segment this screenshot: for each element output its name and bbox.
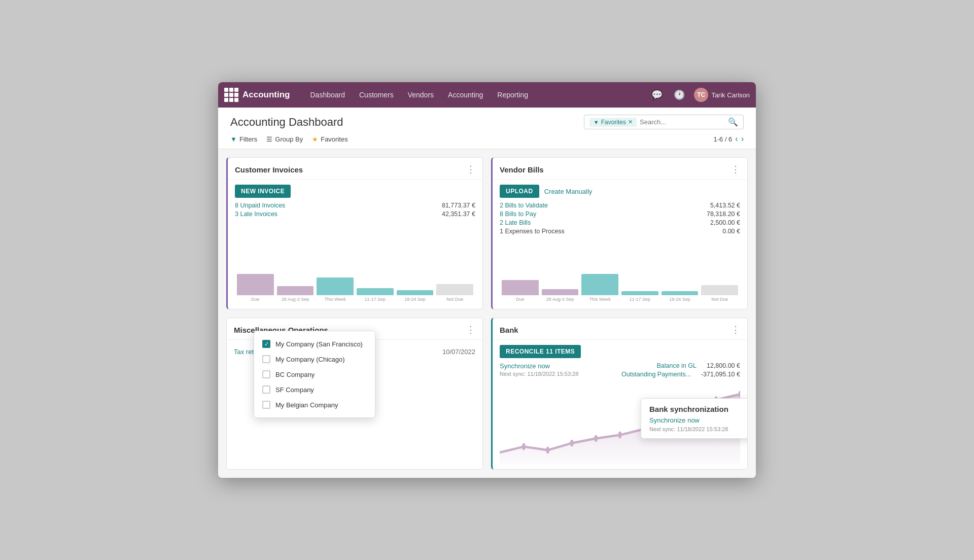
vendor-bills-chart: Due 28 Aug-3 Sep This Week 11-17 Sep 18-… <box>500 273 740 304</box>
page-title: Accounting Dashboard <box>230 116 343 129</box>
vendor-bills-stats: 2 Bills to Validate 5,413.52 € 8 Bills t… <box>500 202 740 273</box>
user-menu[interactable]: TC Tarik Carlson <box>694 88 750 102</box>
vendor-bills-menu-icon[interactable]: ⋮ <box>731 164 740 175</box>
favorites-button[interactable]: ★ Favorites <box>312 135 347 143</box>
page-prev-icon[interactable]: ‹ <box>735 134 738 144</box>
bar-due-bar <box>237 274 274 295</box>
bar-18-24sep-label: 18-24 Sep <box>404 297 426 302</box>
sync-now-link[interactable]: Synchronize now <box>500 362 578 370</box>
customer-invoices-title: Customer Invoices <box>235 165 303 174</box>
company-item-bc[interactable]: BC Company <box>254 367 375 382</box>
svg-point-1 <box>546 447 549 454</box>
customer-invoices-actions: NEW INVOICE <box>235 185 475 198</box>
filter-tag[interactable]: ▼ Favorites ✕ <box>589 118 637 127</box>
upload-button[interactable]: UPLOAD <box>500 185 539 198</box>
reconcile-items-button[interactable]: RECONCILE 11 ITEMS <box>500 345 581 358</box>
unpaid-invoices-row[interactable]: 8 Unpaid Invoices 81,773.37 € <box>235 202 475 209</box>
expenses-value: 0.00 € <box>722 228 740 235</box>
bills-pay-label: 8 Bills to Pay <box>500 211 536 218</box>
search-area: ▼ Favorites ✕ 🔍 <box>584 115 744 129</box>
bar-thisweek: This Week <box>317 277 354 302</box>
expenses-row: 1 Expenses to Process 0.00 € <box>500 228 740 235</box>
filter-tag-label: Favorites <box>601 119 626 126</box>
svg-point-3 <box>594 435 598 442</box>
clock-icon[interactable]: 🕐 <box>672 87 687 102</box>
filter-close-icon[interactable]: ✕ <box>628 119 633 125</box>
company-sf-label: My Company (San Francisco) <box>275 340 363 348</box>
bar-18-24sep: 18-24 Sep <box>397 290 434 302</box>
bank-title: Bank <box>500 326 518 334</box>
user-name: Tarik Carlson <box>711 91 750 99</box>
bar-aug-sep-bar <box>277 286 314 295</box>
late-invoices-row[interactable]: 3 Late Invoices 42,351.37 € <box>235 211 475 218</box>
bills-pay-value: 78,318.20 € <box>707 211 740 218</box>
create-manually-link[interactable]: Create Manually <box>544 188 593 195</box>
outstanding-value: -371,095.10 € <box>701 371 740 378</box>
page-next-icon[interactable]: › <box>741 134 744 144</box>
company-item-sf[interactable]: My Company (San Francisco) <box>254 336 375 352</box>
bank-sync-tooltip: Bank synchronization Synchronize now Nex… <box>641 398 748 439</box>
late-bills-row[interactable]: 2 Late Bills 2,500.00 € <box>500 219 740 226</box>
main-content: Accounting Dashboard ▼ Favorites ✕ 🔍 ▼ F… <box>218 108 756 478</box>
svg-point-0 <box>522 443 526 450</box>
nav-dashboard[interactable]: Dashboard <box>304 88 352 102</box>
expenses-label: 1 Expenses to Process <box>500 228 565 235</box>
bar-11-17sep-bar <box>357 288 394 295</box>
vendor-bills-body: UPLOAD Create Manually 2 Bills to Valida… <box>493 180 747 309</box>
company-sf2-checkbox[interactable] <box>262 386 270 394</box>
header-bar: Accounting Dashboard ▼ Favorites ✕ 🔍 ▼ F… <box>218 108 756 149</box>
svg-point-4 <box>618 432 621 439</box>
grid-icon[interactable] <box>224 88 238 102</box>
nav-vendors[interactable]: Vendors <box>402 88 440 102</box>
bank-header: Bank ⋮ <box>493 318 747 340</box>
misc-operations-menu-icon[interactable]: ⋮ <box>466 324 475 335</box>
bills-validate-label: 2 Bills to Validate <box>500 202 548 209</box>
new-invoice-button[interactable]: NEW INVOICE <box>235 185 291 198</box>
bar-notdue-label: Not Due <box>446 297 463 302</box>
late-invoices-label: 3 Late Invoices <box>235 211 277 218</box>
chat-icon[interactable]: 💬 <box>649 87 665 102</box>
groupby-button[interactable]: ☰ Group By <box>266 135 303 143</box>
late-bills-label: 2 Late Bills <box>500 219 531 226</box>
nav-customers[interactable]: Customers <box>353 88 400 102</box>
customer-invoices-chart: Due 28 Aug-3 Sep This Week 11-17 Se <box>235 273 475 304</box>
bank-sync-info: Synchronize now Next sync: 11/18/2022 15… <box>500 362 578 377</box>
bills-validate-row[interactable]: 2 Bills to Validate 5,413.52 € <box>500 202 740 209</box>
company-item-sf2[interactable]: SF Company <box>254 382 375 397</box>
search-icon[interactable]: 🔍 <box>728 117 738 127</box>
company-chicago-checkbox[interactable] <box>262 355 270 363</box>
bank-menu-icon[interactable]: ⋮ <box>731 324 740 335</box>
pagination: 1-6 / 6 ‹ › <box>713 134 744 144</box>
outstanding-label: Outstanding Payments... <box>621 371 691 378</box>
company-bc-label: BC Company <box>275 371 315 378</box>
nav-reporting[interactable]: Reporting <box>491 88 534 102</box>
sync-next: Next sync: 11/18/2022 15:53:28 <box>500 371 578 377</box>
bar-11-17sep-label: 11-17 Sep <box>365 297 386 302</box>
late-bills-value: 2,500.00 € <box>710 219 740 226</box>
customer-invoices-menu-icon[interactable]: ⋮ <box>466 164 475 175</box>
vendor-bills-title: Vendor Bills <box>500 165 544 174</box>
avatar: TC <box>694 88 708 102</box>
company-belgian-label: My Belgian Company <box>275 401 338 409</box>
bar-due: Due <box>237 274 274 302</box>
company-bc-checkbox[interactable] <box>262 370 270 378</box>
header-top: Accounting Dashboard ▼ Favorites ✕ 🔍 <box>230 115 744 129</box>
nav-accounting[interactable]: Accounting <box>442 88 489 102</box>
balance-label: Balance in GL <box>656 362 697 369</box>
company-belgian-checkbox[interactable] <box>262 401 270 409</box>
company-item-belgian[interactable]: My Belgian Company <box>254 397 375 412</box>
filter-icon: ▼ <box>230 135 237 143</box>
filters-button[interactable]: ▼ Filters <box>230 135 257 143</box>
company-sf-checkbox[interactable] <box>262 340 270 348</box>
search-input[interactable] <box>640 118 725 126</box>
bills-validate-value: 5,413.52 € <box>710 202 740 209</box>
bar-due-label: Due <box>251 297 260 302</box>
tooltip-sync-link[interactable]: Synchronize now <box>649 416 748 424</box>
customer-invoices-stats: 8 Unpaid Invoices 81,773.37 € 3 Late Inv… <box>235 202 475 273</box>
vendor-bills-actions: UPLOAD Create Manually <box>500 185 740 198</box>
bills-pay-row[interactable]: 8 Bills to Pay 78,318.20 € <box>500 211 740 218</box>
company-item-chicago[interactable]: My Company (Chicago) <box>254 352 375 367</box>
toolbar-row: ▼ Filters ☰ Group By ★ Favorites 1-6 / 6… <box>230 134 744 144</box>
tax-return-date: 10/07/2022 <box>442 348 475 356</box>
star-icon: ★ <box>312 135 318 143</box>
